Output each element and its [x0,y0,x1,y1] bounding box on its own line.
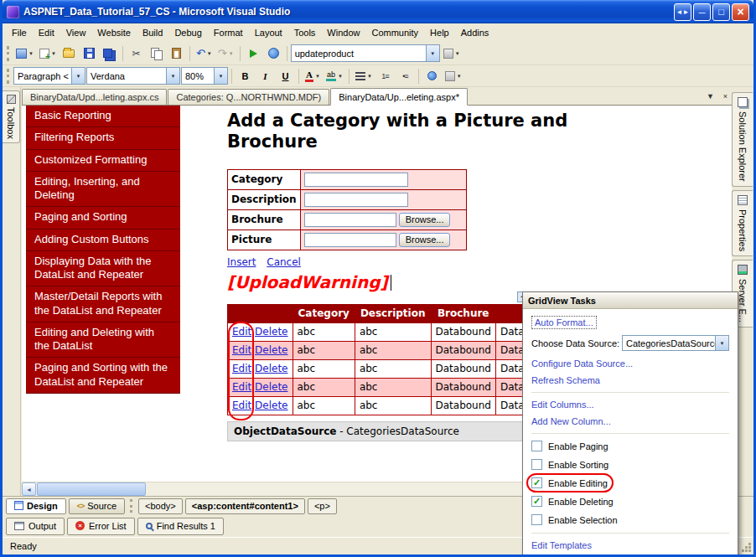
menu-addins[interactable]: Addins [455,24,495,41]
output-panel-tab[interactable]: Output [6,518,65,535]
find-results-panel-tab[interactable]: Find Results 1 [137,518,224,535]
picture-input[interactable] [304,233,396,247]
configure-data-source-link[interactable]: Configure Data Source... [531,355,729,372]
nav-item-editing-deleting-datalist[interactable]: Editing and Deleting with the DataList [26,322,180,358]
find-in-files-button[interactable]: ▼ [441,44,463,63]
design-view-button[interactable]: Design [6,498,66,514]
nav-item-editing-inserting-deleting[interactable]: Editing, Inserting, and Deleting [26,172,180,208]
block-format-combo[interactable]: Paragraph < ▼ [13,67,85,85]
menu-view[interactable]: View [60,24,92,41]
description-input[interactable] [304,193,408,207]
enable-deleting-checkbox-row[interactable]: ✓ Enable Deleting [531,493,729,511]
close-document-icon[interactable]: × [719,90,732,102]
nav-item-filtering-reports[interactable]: Filtering Reports [26,127,180,149]
italic-button[interactable]: I [256,67,275,85]
bold-button[interactable]: B [236,67,255,85]
font-name-combo[interactable]: Verdana ▼ [86,67,180,85]
cancel-link[interactable]: Cancel [267,256,301,268]
refresh-schema-link[interactable]: Refresh Schema [531,372,729,389]
cut-button[interactable]: ✂ [127,44,146,63]
add-new-item-button[interactable]: ▼ [37,44,59,63]
error-list-panel-tab[interactable]: × Error List [67,518,135,535]
nav-item-master-detail-datalist[interactable]: Master/Detail Reports with the DataList … [26,286,180,322]
combo-dropdown-arrow-icon[interactable]: ▼ [166,68,179,84]
menu-tools[interactable]: Tools [288,24,322,41]
alignment-button[interactable]: ▼ [353,67,375,85]
hyperlink-button[interactable] [422,67,442,85]
undo-button[interactable]: ↶▼ [194,44,215,63]
browse-with-button[interactable] [264,44,283,63]
scroll-left-arrow-icon[interactable]: ◄ [22,482,36,496]
enable-paging-checkbox-row[interactable]: Enable Paging [531,437,729,456]
edit-link[interactable]: Edit [232,344,251,356]
nav-item-paging-sorting[interactable]: Paging and Sorting [26,207,180,229]
edit-link[interactable]: Edit [232,381,251,393]
find-combo[interactable]: updateproduct ▼ [291,44,440,62]
enable-sorting-checkbox-row[interactable]: Enable Sorting [531,456,729,474]
tag-asp-content[interactable]: <asp:content#content1> [185,498,305,514]
checkbox-checked-icon[interactable]: ✓ [531,496,542,507]
tag-body[interactable]: <body> [138,498,183,514]
brochure-input[interactable] [304,213,396,227]
tab-binarydata-cs[interactable]: BinaryData/Upd...leting.aspx.cs [22,89,167,105]
scrollbar-thumb[interactable] [37,482,146,496]
save-all-button[interactable] [100,44,119,63]
checkbox-checked-icon[interactable]: ✓ [531,477,542,488]
menu-file[interactable]: File [6,24,33,41]
start-debugging-button[interactable] [244,44,263,63]
edit-templates-link[interactable]: Edit Templates [531,537,729,554]
minimize-button[interactable]: — [693,3,711,21]
toolbar-grip[interactable] [7,46,10,61]
copy-button[interactable] [147,44,166,63]
font-color-button[interactable]: A▼ [303,67,323,85]
redo-button[interactable]: ↷▼ [215,44,236,63]
toolbox-tab[interactable]: Toolbox [3,90,20,143]
tab-categories-table[interactable]: Categories: Q...NORTHWND.MDF) [168,89,329,105]
menu-community[interactable]: Community [365,24,424,41]
tag-p[interactable]: <p> [308,498,337,514]
menu-edit[interactable]: Edit [33,24,60,41]
window-dock-arrows-button[interactable]: ◄► [674,3,691,21]
numbered-list-button[interactable]: 1≡ [375,67,395,85]
delete-link[interactable]: Delete [255,344,287,356]
edit-columns-link[interactable]: Edit Columns... [531,396,729,413]
menu-format[interactable]: Format [208,24,249,41]
delete-link[interactable]: Delete [255,381,287,393]
menu-debug[interactable]: Debug [168,24,207,41]
save-button[interactable] [80,44,99,63]
checkbox-icon[interactable] [531,514,542,525]
picture-browse-button[interactable]: Browse... [399,233,451,247]
underline-button[interactable]: U [276,67,295,85]
checkbox-icon[interactable] [531,441,542,451]
delete-link[interactable]: Delete [255,400,287,411]
menu-build[interactable]: Build [137,24,168,41]
combo-dropdown-arrow-icon[interactable]: ▼ [715,336,728,350]
checkbox-icon[interactable] [531,459,542,470]
tab-list-dropdown-icon[interactable]: ▼ [704,90,717,102]
auto-format-link[interactable]: Auto Format... [531,316,597,329]
paste-button[interactable] [167,44,186,63]
tab-binarydata-aspx-active[interactable]: BinaryData/Up...eleting.aspx* [330,88,468,106]
solution-explorer-tab[interactable]: Solution Explorer [732,92,753,187]
combo-dropdown-arrow-icon[interactable]: ▼ [71,68,85,84]
toolbar-grip[interactable] [7,69,10,84]
combo-dropdown-arrow-icon[interactable]: ▼ [214,68,227,84]
nav-item-paging-sorting-datalist[interactable]: Paging and Sorting with the DataList and… [26,358,180,394]
resize-grip[interactable] [748,549,751,552]
edit-link[interactable]: Edit [232,326,251,338]
combo-dropdown-arrow-icon[interactable]: ▼ [426,45,439,61]
nav-item-displaying-datalist[interactable]: Displaying Data with the DataList and Re… [26,251,180,287]
style-options-button[interactable]: ▼ [443,67,464,85]
properties-tab[interactable]: Properties [732,190,753,256]
edit-link[interactable]: Edit [232,363,251,374]
nav-item-customized-formatting[interactable]: Customized Formatting [26,150,180,172]
insert-link[interactable]: Insert [227,256,256,268]
menu-help[interactable]: Help [424,24,455,41]
menu-layout[interactable]: Layout [249,24,288,41]
enable-editing-checkbox-row[interactable]: ✓ Enable Editing [531,474,729,493]
menu-website[interactable]: Website [91,24,137,41]
highlight-color-button[interactable]: ab▼ [324,67,345,85]
close-button[interactable]: × [732,3,749,21]
nav-item-adding-custom-buttons[interactable]: Adding Custom Buttons [26,230,180,251]
menu-window[interactable]: Window [321,24,365,41]
